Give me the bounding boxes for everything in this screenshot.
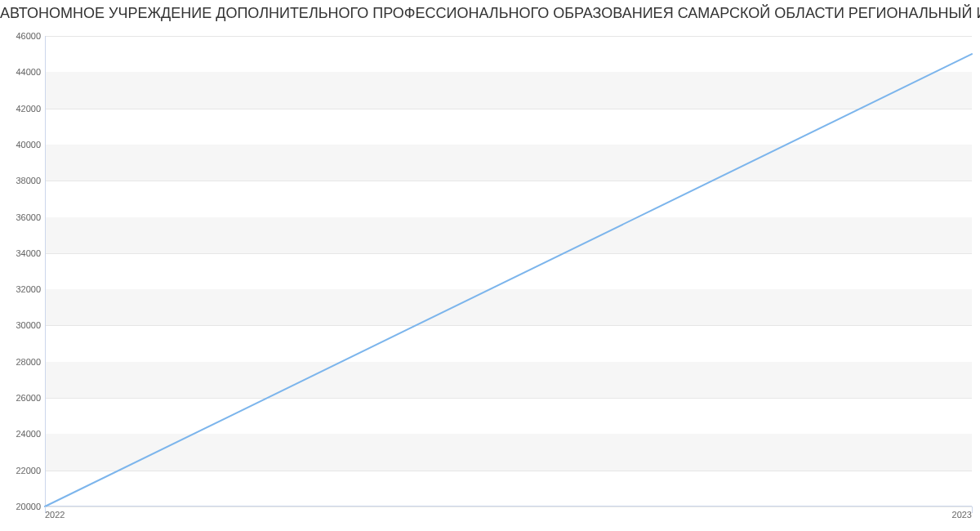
chart-title: АВТОНОМНОЕ УЧРЕЖДЕНИЕ ДОПОЛНИТЕЛЬНОГО ПР… [0, 5, 980, 22]
y-tick-label: 32000 [5, 284, 41, 294]
x-tick-mark [45, 506, 46, 513]
y-tick-label: 42000 [5, 104, 41, 114]
y-tick-label: 38000 [5, 176, 41, 185]
y-tick-label: 28000 [5, 357, 41, 367]
y-tick-label: 20000 [5, 502, 41, 511]
x-tick-label: 2023 [952, 510, 972, 520]
y-tick-label: 30000 [5, 320, 41, 330]
y-tick-label: 40000 [5, 140, 41, 149]
y-tick-label: 24000 [5, 429, 41, 439]
y-tick-label: 44000 [5, 67, 41, 77]
y-tick-label: 34000 [5, 248, 41, 258]
y-tick-label: 46000 [5, 31, 41, 41]
y-tick-label: 22000 [5, 466, 41, 475]
line-series [45, 36, 972, 506]
x-tick-label: 2022 [45, 510, 65, 520]
plot-area [45, 36, 972, 506]
y-tick-label: 36000 [5, 212, 41, 222]
x-tick-mark [972, 506, 973, 513]
gridline [45, 506, 972, 507]
chart-container: АВТОНОМНОЕ УЧРЕЖДЕНИЕ ДОПОЛНИТЕЛЬНОГО ПР… [0, 0, 980, 531]
y-tick-label: 26000 [5, 393, 41, 403]
